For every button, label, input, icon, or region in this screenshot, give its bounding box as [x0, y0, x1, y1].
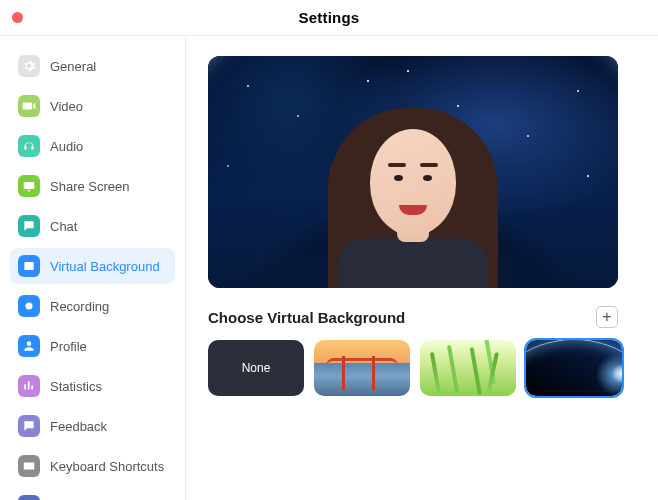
sidebar-item-label: Share Screen: [50, 179, 130, 194]
sidebar-item-recording[interactable]: Recording: [10, 288, 175, 324]
sidebar-item-chat[interactable]: Chat: [10, 208, 175, 244]
section-title: Choose Virtual Background: [208, 309, 405, 326]
sidebar-item-label: Profile: [50, 339, 87, 354]
preview-person: [318, 93, 508, 288]
keyboard-icon: [18, 455, 40, 477]
sidebar-item-label: Chat: [50, 219, 77, 234]
background-preview: [208, 56, 618, 288]
bg-option-earth[interactable]: [526, 340, 622, 396]
add-background-button[interactable]: +: [596, 306, 618, 328]
bg-option-none-label: None: [242, 361, 271, 375]
video-icon: [18, 95, 40, 117]
vb-icon: [18, 255, 40, 277]
sidebar-item-label: Keyboard Shortcuts: [50, 459, 164, 474]
bg-option-grass[interactable]: [420, 340, 516, 396]
feedback-icon: [18, 415, 40, 437]
sidebar-item-label: Audio: [50, 139, 83, 154]
sidebar-item-feedback[interactable]: Feedback: [10, 408, 175, 444]
audio-icon: [18, 135, 40, 157]
sidebar-item-label: General: [50, 59, 96, 74]
sidebar-item-share-screen[interactable]: Share Screen: [10, 168, 175, 204]
sidebar-item-label: Statistics: [50, 379, 102, 394]
sidebar-item-accessibility[interactable]: Accessibility: [10, 488, 175, 500]
sidebar-item-label: Feedback: [50, 419, 107, 434]
sidebar-item-audio[interactable]: Audio: [10, 128, 175, 164]
svg-point-0: [26, 303, 33, 310]
window-title: Settings: [0, 9, 658, 26]
sidebar-item-label: Virtual Background: [50, 259, 160, 274]
gear-icon: [18, 55, 40, 77]
settings-content: Choose Virtual Background + None: [186, 36, 658, 500]
stats-icon: [18, 375, 40, 397]
bg-option-none[interactable]: None: [208, 340, 304, 396]
recording-icon: [18, 295, 40, 317]
sidebar-item-statistics[interactable]: Statistics: [10, 368, 175, 404]
sidebar-item-virtual-background[interactable]: Virtual Background: [10, 248, 175, 284]
sidebar-item-general[interactable]: General: [10, 48, 175, 84]
sidebar-item-label: Video: [50, 99, 83, 114]
settings-sidebar: GeneralVideoAudioShare ScreenChatVirtual…: [0, 36, 186, 500]
share-icon: [18, 175, 40, 197]
profile-icon: [18, 335, 40, 357]
sidebar-item-keyboard-shortcuts[interactable]: Keyboard Shortcuts: [10, 448, 175, 484]
chat-icon: [18, 215, 40, 237]
background-options: None: [208, 340, 618, 396]
bg-option-bridge[interactable]: [314, 340, 410, 396]
a11y-icon: [18, 495, 40, 500]
sidebar-item-profile[interactable]: Profile: [10, 328, 175, 364]
sidebar-item-label: Recording: [50, 299, 109, 314]
sidebar-item-video[interactable]: Video: [10, 88, 175, 124]
title-bar: Settings: [0, 0, 658, 36]
